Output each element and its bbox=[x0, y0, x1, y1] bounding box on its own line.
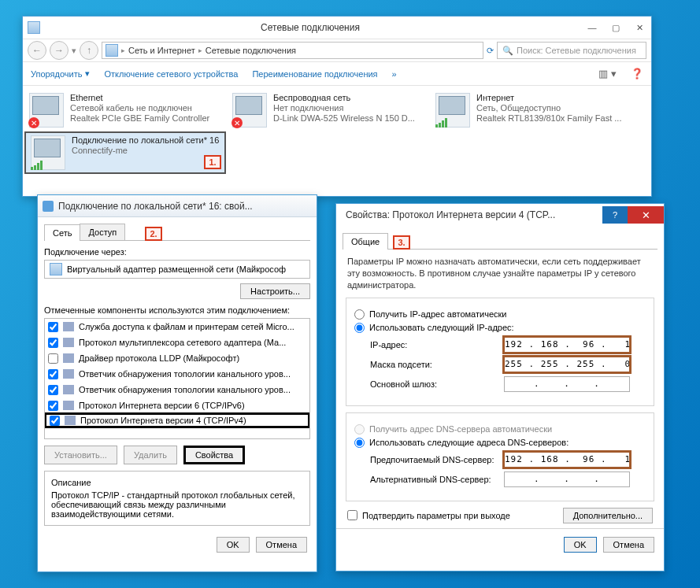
breadcrumb-seg[interactable]: Сетевые подключения bbox=[206, 46, 296, 55]
install-button[interactable]: Установить... bbox=[44, 446, 117, 464]
titlebar: Свойства: Протокол Интернета версии 4 (T… bbox=[336, 204, 664, 226]
tab-sharing[interactable]: Доступ bbox=[80, 224, 125, 240]
radio[interactable] bbox=[354, 323, 365, 333]
radio-use-ip[interactable]: Использовать следующий IP-адрес: bbox=[354, 323, 646, 333]
tab-network[interactable]: Сеть bbox=[44, 224, 80, 241]
chevron-right-icon: ▸ bbox=[121, 46, 125, 54]
gateway-input[interactable] bbox=[504, 376, 630, 392]
dialog-title: Подключение по локальной сети* 16: свой.… bbox=[58, 201, 317, 212]
ok-button[interactable]: OK bbox=[217, 537, 250, 553]
adapter-icon bbox=[50, 263, 62, 276]
disable-device-button[interactable]: Отключение сетевого устройства bbox=[104, 69, 238, 79]
conn-status: Нет подключения bbox=[273, 103, 415, 113]
back-button[interactable]: ← bbox=[28, 41, 46, 60]
validate-checkbox[interactable] bbox=[347, 510, 357, 520]
radio-use-dns[interactable]: Использовать следующие адреса DNS-сервер… bbox=[354, 438, 646, 448]
dns-fieldset: Получить адрес DNS-сервера автоматически… bbox=[346, 412, 654, 501]
close-button[interactable]: ✕ bbox=[628, 206, 664, 224]
cancel-button[interactable]: Отмена bbox=[603, 537, 654, 553]
breadcrumb-seg[interactable]: Сеть и Интернет bbox=[128, 46, 195, 55]
list-item[interactable]: Ответчик обнаружения топологии канальног… bbox=[45, 382, 309, 398]
list-item[interactable]: Служба доступа к файлам и принтерам сете… bbox=[45, 319, 309, 335]
dns1-label: Предпочитаемый DNS-сервер: bbox=[370, 455, 504, 464]
error-icon: ✕ bbox=[231, 117, 243, 128]
callout-2: 2. bbox=[145, 227, 162, 241]
alternate-dns-input[interactable] bbox=[504, 472, 630, 487]
list-item[interactable]: Протокол мультиплексора сетевого адаптер… bbox=[45, 335, 309, 350]
description-title: Описание bbox=[51, 478, 303, 487]
breadcrumb[interactable]: ▸ Сеть и Интернет ▸ Сетевые подключения bbox=[102, 42, 483, 59]
chevron-right-icon: ▸ bbox=[198, 46, 202, 54]
list-item[interactable]: Драйвер протокола LLDP (Майкрософт) bbox=[45, 350, 309, 366]
configure-button[interactable]: Настроить... bbox=[240, 283, 310, 299]
info-text: Параметры IP можно назначать автоматичес… bbox=[347, 256, 653, 291]
adapter-icon: ✕ bbox=[232, 93, 267, 128]
search-icon: 🔍 bbox=[502, 46, 513, 56]
chevron-down-icon[interactable]: ▾ bbox=[72, 46, 76, 56]
checkbox[interactable] bbox=[48, 401, 58, 411]
remove-button[interactable]: Удалить bbox=[124, 446, 177, 464]
tab-general[interactable]: Общие bbox=[343, 233, 388, 250]
more-menu[interactable]: » bbox=[392, 69, 397, 79]
rename-connection-button[interactable]: Переименование подключения bbox=[252, 69, 377, 79]
component-icon bbox=[63, 338, 74, 347]
forward-button[interactable]: → bbox=[50, 41, 69, 60]
component-icon bbox=[63, 401, 74, 410]
list-item[interactable]: Ответчик обнаружения топологии канальног… bbox=[45, 366, 309, 382]
connection-item-wifi[interactable]: ✕ Беспроводная сеть Нет подключения D-Li… bbox=[228, 91, 429, 130]
checkbox[interactable] bbox=[48, 353, 58, 364]
ok-button[interactable]: OK bbox=[564, 537, 597, 553]
help-button[interactable]: ? bbox=[602, 206, 628, 224]
titlebar: Сетевые подключения — ▢ ✕ bbox=[23, 17, 651, 39]
connection-item-ethernet[interactable]: ✕ Ethernet Сетевой кабель не подключен R… bbox=[24, 91, 226, 130]
minimize-button[interactable]: — bbox=[580, 19, 604, 36]
refresh-icon[interactable]: ⟳ bbox=[487, 46, 494, 56]
conn-device: D-Link DWA-525 Wireless N 150 D... bbox=[273, 113, 415, 123]
up-button[interactable]: ↑ bbox=[80, 41, 98, 60]
help-icon[interactable]: ❓ bbox=[631, 68, 643, 80]
connection-item-internet[interactable]: Интернет Сеть, Общедоступно Realtek RTL8… bbox=[431, 91, 632, 130]
radio[interactable] bbox=[354, 438, 365, 448]
window-title: Сетевые подключения bbox=[40, 22, 580, 33]
conn-name: Интернет bbox=[476, 93, 621, 102]
subnet-mask-input[interactable] bbox=[504, 357, 630, 372]
radio[interactable] bbox=[354, 309, 365, 320]
dns2-label: Альтернативный DNS-сервер: bbox=[370, 475, 504, 484]
adapter-icon bbox=[43, 201, 54, 212]
search-input[interactable]: 🔍 Поиск: Сетевые подключения bbox=[497, 42, 646, 59]
connect-using-label: Подключение через: bbox=[44, 247, 310, 257]
advanced-button[interactable]: Дополнительно... bbox=[563, 508, 653, 523]
organize-menu[interactable]: Упорядочить▾ bbox=[31, 68, 90, 79]
close-button[interactable]: ✕ bbox=[628, 19, 651, 36]
connect-using-value: Виртуальный адаптер размещенной сети (Ма… bbox=[67, 264, 286, 274]
view-icon[interactable]: ▥ ▾ bbox=[598, 68, 617, 80]
ipv4-properties-dialog: Свойства: Протокол Интернета версии 4 (T… bbox=[335, 203, 665, 571]
connection-item-local[interactable]: Подключение по локальной сети* 16 Connec… bbox=[24, 131, 226, 174]
adapter-icon bbox=[31, 135, 65, 170]
app-icon bbox=[28, 21, 40, 34]
list-item-ipv4[interactable]: Протокол Интернета версии 4 (TCP/IPv4) bbox=[44, 412, 310, 428]
callout-1: 1. bbox=[204, 155, 221, 169]
ip-address-input[interactable] bbox=[504, 337, 630, 353]
cancel-button[interactable]: Отмена bbox=[256, 537, 307, 553]
checkbox[interactable] bbox=[48, 322, 58, 332]
list-item[interactable]: Протокол Интернета версии 6 (TCP/IPv6) bbox=[45, 398, 309, 413]
conn-name: Беспроводная сеть bbox=[273, 93, 415, 102]
checkbox[interactable] bbox=[48, 385, 58, 395]
radio-auto-dns[interactable]: Получить адрес DNS-сервера автоматически bbox=[354, 424, 646, 435]
preferred-dns-input[interactable] bbox=[504, 452, 630, 468]
radio-auto-ip[interactable]: Получить IP-адрес автоматически bbox=[354, 309, 646, 320]
conn-device: Realtek PCIe GBE Family Controller bbox=[70, 113, 209, 123]
checkbox[interactable] bbox=[50, 416, 60, 426]
maximize-button[interactable]: ▢ bbox=[604, 19, 628, 36]
checkbox[interactable] bbox=[48, 338, 58, 348]
network-connections-window: Сетевые подключения — ▢ ✕ ← → ▾ ↑ ▸ Сеть… bbox=[22, 16, 652, 197]
toolbar: Упорядочить▾ Отключение сетевого устройс… bbox=[23, 62, 651, 86]
ip-label: IP-адрес: bbox=[370, 340, 504, 349]
folder-icon bbox=[106, 44, 118, 57]
connections-list: ✕ Ethernet Сетевой кабель не подключен R… bbox=[23, 86, 651, 179]
components-list[interactable]: Служба доступа к файлам и принтерам сете… bbox=[44, 318, 310, 439]
gateway-label: Основной шлюз: bbox=[370, 379, 504, 389]
properties-button[interactable]: Свойства bbox=[183, 446, 245, 464]
checkbox[interactable] bbox=[48, 369, 58, 379]
